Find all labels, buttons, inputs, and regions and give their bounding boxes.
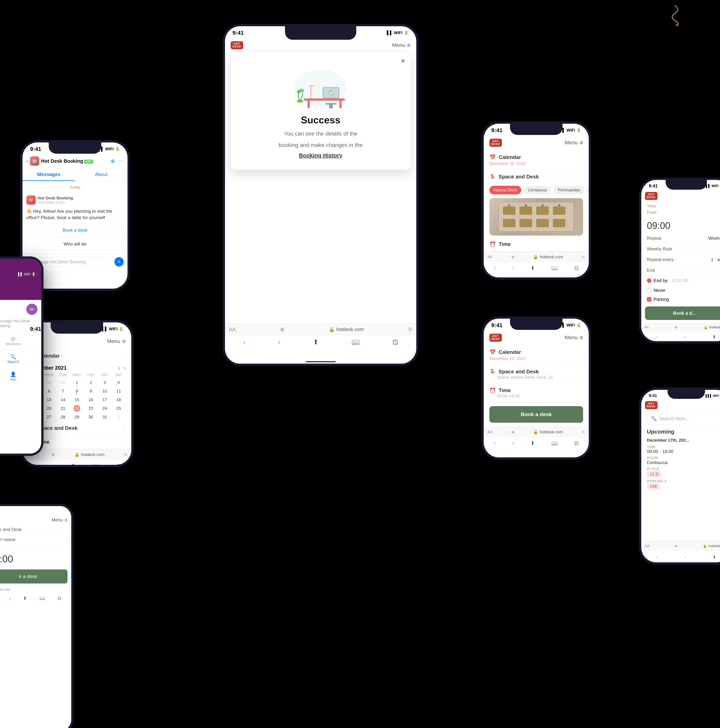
bkmk-bk[interactable]: 📖 [551,440,558,446]
tag-perimaedes[interactable]: Perimaedes [554,186,584,194]
cal-day[interactable]: 20 [42,404,56,413]
cal-day[interactable]: 31 [98,413,112,421]
share-rp[interactable]: ⬆ [712,334,716,340]
cal-day[interactable]: 11 [112,387,126,396]
tabs-sd[interactable]: ⊡ [574,265,579,271]
refresh-sd[interactable]: ↻ [582,255,585,259]
book-btn-rp[interactable]: Book a d... [645,306,720,320]
bl-book-btn[interactable]: k a desk [0,569,67,583]
cal-day[interactable]: 7 [56,387,70,396]
more-icon[interactable]: ⋯ [118,158,124,164]
cal-day[interactable]: 3 [98,378,112,387]
cal-day[interactable]: 30 [56,378,70,387]
nav-back-main[interactable]: ‹ [243,338,245,346]
menu-sd[interactable]: Menu ≡ [565,139,583,146]
cal-day[interactable]: 16 [84,396,98,404]
cal-day[interactable]: 10 [98,387,112,396]
modal-close-button[interactable]: × [401,57,405,65]
video-icon[interactable]: ⊕ [110,158,115,164]
imessage-action-icons[interactable]: ⊕ ⋯ [110,158,124,164]
parking-option[interactable]: ✓ Parking [641,295,720,303]
cal-day[interactable]: 29 [70,413,84,421]
mentions-icon[interactable]: @ [0,336,34,342]
who-will-be-action[interactable]: Who will be [26,238,124,250]
url-bar-main[interactable]: 🔒 hotdesk.com [329,327,364,332]
calendar-nav[interactable]: ‹ › [118,365,126,371]
hamburger-bk[interactable]: ≡ [579,334,583,341]
back-rp[interactable]: ‹ [656,334,658,340]
cal-day[interactable]: 2 [84,378,98,387]
cal-day[interactable]: 8 [70,387,84,396]
repeat-value-rp[interactable]: Weekly › [708,236,720,241]
hamburger-sd[interactable]: ≡ [579,139,583,146]
url-up[interactable]: 🔒 hotdesk.com [703,544,720,548]
cal-day[interactable]: 21 [56,404,70,413]
book-desk-button-bk[interactable]: Book a desk [489,406,583,423]
tabs-icon[interactable]: ⊡ [116,463,121,465]
never-option[interactable]: Never [641,286,720,295]
next-month-btn[interactable]: › [124,365,126,371]
fwd-rp[interactable]: › [684,334,686,340]
cal-day[interactable]: 14 [56,396,70,404]
fwd-bk[interactable]: › [512,440,514,446]
fwd-sd[interactable]: › [512,265,514,271]
cal-day[interactable]: 25 [112,404,126,413]
cal-day[interactable]: 27 [42,413,56,421]
cal-day[interactable]: 15 [70,396,84,404]
cal-day[interactable]: 30 [84,413,98,421]
share-up[interactable]: ⬆ [713,555,716,560]
refresh-icon[interactable]: ↻ [124,452,127,457]
refresh-bk[interactable]: ↻ [582,430,585,434]
cal-day[interactable]: 9 [84,387,98,396]
hamburger-main[interactable]: ≡ [407,42,411,49]
share-main[interactable]: ⬆ [313,338,319,346]
booking-history-link[interactable]: Booking History [240,152,401,159]
back-sd[interactable]: ‹ [494,265,496,271]
bookmarks-icon[interactable]: 📖 [93,463,99,465]
cal-day[interactable]: 4 [112,378,126,387]
menu-label-main[interactable]: Menu ≡ [392,42,411,49]
partial-search-tab[interactable]: 🔍 Search [0,350,37,368]
prev-month-btn[interactable]: ‹ [118,365,120,371]
cal-day[interactable]: 6 [42,387,56,396]
tab-about[interactable]: About [75,168,127,181]
compose-icon[interactable]: ✏ [26,304,37,315]
tabs-bk[interactable]: ⊡ [574,440,579,446]
partial-you-tab[interactable]: 👤 You [0,368,37,385]
back-icon[interactable]: ‹ [26,158,28,164]
share-bk[interactable]: ⬆ [530,440,535,446]
cal-day-today[interactable]: 22 [74,405,80,412]
book-desk-action[interactable]: Book a desk [26,224,124,236]
menu-bk[interactable]: Menu ≡ [565,334,583,341]
cal-day[interactable]: 29 [42,378,56,387]
tag-centaurus[interactable]: Centaurus [524,186,551,194]
cal-day[interactable]: 13 [42,396,56,404]
share-icon[interactable]: ⬆ [71,463,75,465]
fwd-up[interactable]: › [685,555,686,560]
cal-day[interactable]: 23 [84,404,98,413]
nav-forward-main[interactable]: › [278,338,280,346]
end-by-radio[interactable] [647,278,651,283]
share-sd[interactable]: ⬆ [530,265,535,271]
tabs-main[interactable]: ⊡ [392,338,398,346]
tag-alpana[interactable]: Alpana Diem [489,186,521,194]
back-up[interactable]: ‹ [656,555,658,560]
parking-checkbox[interactable]: ✓ [647,297,651,301]
cal-day[interactable]: 28 [56,413,70,421]
bl-tabs[interactable]: ⊡ [58,596,61,601]
nav-back-icon[interactable]: ‹ [33,463,35,465]
url-rp[interactable]: 🔒 hotdesk.com [703,326,720,329]
never-radio[interactable] [647,288,651,292]
url-bk[interactable]: 🔒 hotdesk.com [533,430,563,434]
bl-hamburger[interactable]: ≡ [65,517,67,523]
bl-fwd[interactable]: › [9,596,11,601]
end-by-option[interactable]: End by 22.01.20... [641,276,720,286]
tag-pho[interactable]: Pho [587,186,589,194]
bkmk-sd[interactable]: 📖 [551,265,558,271]
cal-day[interactable]: 1 [112,413,126,421]
url-sd[interactable]: 🔒 hotdesk.com [533,255,563,259]
hamburger-icon[interactable]: ≡ [122,338,126,345]
cal-day[interactable]: 1 [70,378,84,387]
back-bk[interactable]: ‹ [494,440,496,446]
bl-bookmarks[interactable]: 📖 [39,596,45,601]
